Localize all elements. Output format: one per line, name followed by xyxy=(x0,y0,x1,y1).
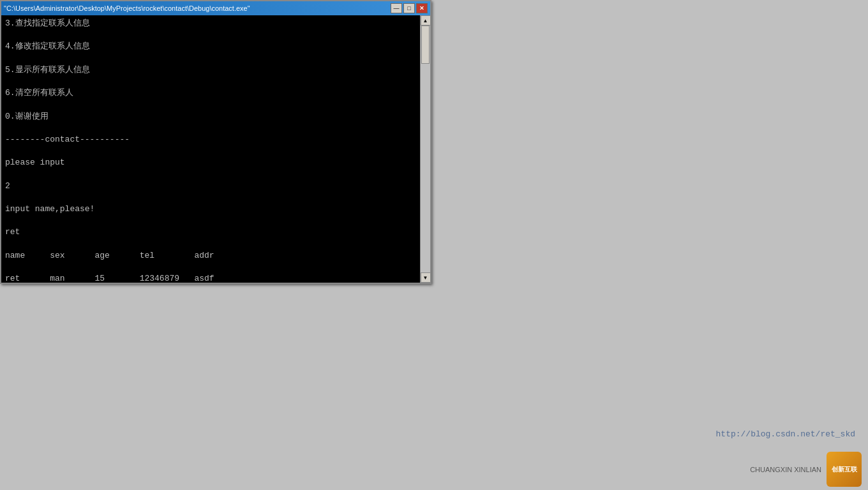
scroll-down-button[interactable]: ▼ xyxy=(421,272,431,283)
branding-area: CHUANGXIN XINLIAN 创新互联 xyxy=(750,452,862,487)
title-bar: "C:\Users\Administrator\Desktop\MyProjec… xyxy=(1,1,430,15)
branding-label: CHUANGXIN XINLIAN xyxy=(750,466,821,473)
close-button[interactable]: ✕ xyxy=(416,3,428,13)
scroll-track[interactable] xyxy=(421,26,430,272)
scroll-thumb[interactable] xyxy=(421,26,430,64)
maximize-button[interactable]: □ xyxy=(403,3,415,13)
branding-logo-text: 创新互联 xyxy=(832,465,857,474)
scroll-up-button[interactable]: ▲ xyxy=(421,15,431,26)
terminal-output[interactable]: 3.查找指定联系人信息 4.修改指定联系人信息 5.显示所有联系人信息 6.清空… xyxy=(1,15,420,283)
minimize-button[interactable]: — xyxy=(391,3,402,13)
branding-logo: 创新互联 xyxy=(827,452,862,487)
scrollbar[interactable]: ▲ ▼ xyxy=(420,15,430,283)
window-content: 3.查找指定联系人信息 4.修改指定联系人信息 5.显示所有联系人信息 6.清空… xyxy=(1,15,430,283)
watermark: http://blog.csdn.net/ret_skd xyxy=(716,429,855,439)
window-controls: — □ ✕ xyxy=(391,3,428,13)
console-window: "C:\Users\Administrator\Desktop\MyProjec… xyxy=(0,0,431,284)
window-title: "C:\Users\Administrator\Desktop\MyProjec… xyxy=(4,4,250,12)
